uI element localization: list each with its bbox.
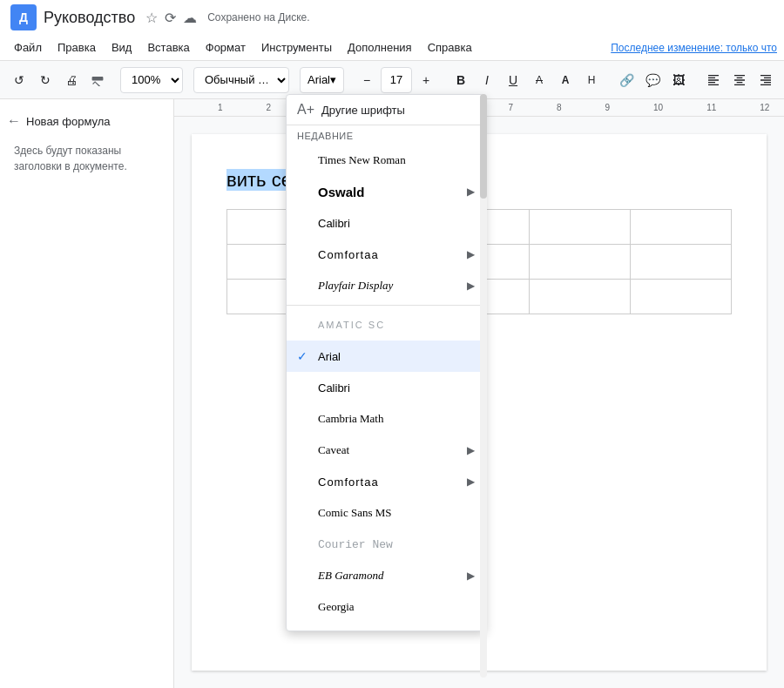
justify-button[interactable] <box>780 66 784 94</box>
font-item-impact[interactable]: Impact <box>287 623 485 631</box>
menu-format[interactable]: Формат <box>199 37 253 57</box>
history-icon[interactable]: ⟳ <box>165 10 176 26</box>
font-item-left: Caveat <box>297 443 349 457</box>
app-icon: Д <box>10 4 37 30</box>
font-item-left: Amatic SC <box>297 320 385 330</box>
ruler-mark-11: 11 <box>706 103 716 112</box>
menu-bar: Файл Правка Вид Вставка Формат Инструмен… <box>0 35 784 61</box>
menu-help[interactable]: Справка <box>421 37 479 57</box>
font-item-georgia[interactable]: Georgia <box>287 591 485 623</box>
font-size-area: − + <box>355 66 438 94</box>
table-cell[interactable] <box>631 280 732 314</box>
font-size-input[interactable] <box>381 67 412 93</box>
dropdown-scrollbar-track <box>480 94 487 678</box>
font-item-comic-sans[interactable]: Comic Sans MS <box>287 497 485 529</box>
font-name-label: Playfair Display <box>318 279 393 293</box>
ruler-mark-9: 9 <box>605 103 611 112</box>
font-item-oswald[interactable]: Oswald ▶ <box>287 176 485 207</box>
sidebar-title: Новая формула <box>26 115 111 128</box>
font-item-cambria-math[interactable]: Cambria Math <box>287 403 485 435</box>
font-item-left: Comfortaa <box>297 248 379 261</box>
font-name-label: Arial <box>318 350 341 363</box>
chevron-right-icon: ▶ <box>467 444 475 456</box>
favorite-icon[interactable]: ☆ <box>145 10 158 26</box>
font-item-left: Calibri <box>297 381 350 395</box>
menu-file[interactable]: Файл <box>7 37 49 57</box>
cloud-icon: ☁ <box>183 10 197 26</box>
font-select[interactable]: Arial ▾ <box>300 67 344 93</box>
font-name-label: EB Garamond <box>318 569 383 583</box>
font-name-label: Georgia <box>318 600 355 614</box>
font-color-button[interactable]: A <box>553 66 578 94</box>
doc-title[interactable]: Руководство <box>44 9 135 27</box>
align-center-button[interactable] <box>727 66 752 94</box>
menu-insert[interactable]: Вставка <box>140 37 196 57</box>
font-name-label: Calibri <box>318 381 350 395</box>
table-cell[interactable] <box>530 245 631 280</box>
highlight-button[interactable]: H <box>579 66 604 94</box>
font-item-arial[interactable]: ✓ Arial <box>287 341 485 372</box>
other-fonts-label[interactable]: Другие шрифты <box>321 104 405 117</box>
font-item-amatic[interactable]: Amatic SC <box>287 309 485 341</box>
font-name-label: Cambria Math <box>318 412 383 426</box>
menu-edit[interactable]: Правка <box>51 37 103 57</box>
table-cell[interactable] <box>530 210 631 245</box>
strikethrough-button[interactable]: A <box>527 66 551 94</box>
redo-button[interactable]: ↻ <box>33 66 57 94</box>
font-item-playfair[interactable]: Playfair Display ▶ <box>287 270 485 301</box>
sidebar-header: ← Новая формула <box>7 106 166 136</box>
dropdown-scrollbar-thumb[interactable] <box>480 94 487 199</box>
title-bar: Д Руководство ☆ ⟳ ☁ Сохранено на Диске. <box>0 0 784 35</box>
font-name-label: Oswald <box>318 185 364 199</box>
style-select[interactable]: Обычный … <box>193 67 289 93</box>
last-edit[interactable]: Последнее изменение: только что <box>611 42 777 54</box>
font-item-eb-garamond[interactable]: EB Garamond ▶ <box>287 560 485 591</box>
font-other-row[interactable]: A+ Другие шрифты <box>287 95 485 125</box>
ruler-mark-10: 10 <box>653 103 663 112</box>
font-item-left: Calibri <box>297 217 350 230</box>
table-cell[interactable] <box>631 245 732 280</box>
underline-button[interactable]: U <box>501 66 525 94</box>
font-item-calibri-recent[interactable]: Calibri <box>287 207 485 239</box>
title-icons: ☆ ⟳ ☁ Сохранено на Диске. <box>145 10 309 26</box>
font-item-courier-new[interactable]: Courier New <box>287 529 485 560</box>
menu-tools[interactable]: Инструменты <box>254 37 339 57</box>
menu-view[interactable]: Вид <box>105 37 139 57</box>
font-item-left: Courier New <box>297 538 393 551</box>
print-button[interactable]: 🖨 <box>59 66 84 94</box>
font-dropdown: A+ Другие шрифты НЕДАВНИЕ Times New Roma… <box>286 94 486 631</box>
font-item-comfortaa-recent[interactable]: Comfortaa ▶ <box>287 239 485 270</box>
font-size-decrease[interactable]: − <box>355 66 379 94</box>
align-right-button[interactable] <box>754 66 778 94</box>
font-item-left: Georgia <box>297 600 355 614</box>
comment-button[interactable]: 💬 <box>640 66 665 94</box>
font-name-label: Comfortaa <box>318 476 379 489</box>
image-button[interactable]: 🖼 <box>666 66 691 94</box>
ruler-mark-7: 7 <box>508 103 513 112</box>
font-name-label: Times New Roman <box>318 153 406 167</box>
font-name-label: Arial <box>308 73 330 86</box>
table-cell[interactable] <box>631 210 732 245</box>
align-left-button[interactable] <box>701 66 726 94</box>
font-item-times-new-roman[interactable]: Times New Roman <box>287 145 485 176</box>
italic-button[interactable]: I <box>475 66 499 94</box>
font-dropdown-arrow: ▾ <box>330 73 336 86</box>
zoom-select[interactable]: 100% <box>120 67 183 93</box>
sidebar-back-button[interactable]: ← <box>7 113 21 129</box>
menu-addons[interactable]: Дополнения <box>341 37 419 57</box>
chevron-right-icon: ▶ <box>467 570 475 582</box>
chevron-right-icon: ▶ <box>467 185 475 198</box>
sidebar-subtitle: Здесь будут показаны заголовки в докумен… <box>7 136 166 181</box>
paint-format-button[interactable] <box>85 66 110 94</box>
font-list-divider <box>287 305 485 306</box>
font-name-label: Amatic SC <box>318 320 385 330</box>
link-button[interactable]: 🔗 <box>614 66 639 94</box>
undo-button[interactable]: ↺ <box>7 66 31 94</box>
font-size-increase[interactable]: + <box>414 66 438 94</box>
bold-button[interactable]: B <box>449 66 473 94</box>
chevron-right-icon: ▶ <box>467 476 475 488</box>
font-item-caveat[interactable]: Caveat ▶ <box>287 435 485 466</box>
font-item-comfortaa[interactable]: Comfortaa ▶ <box>287 466 485 497</box>
font-item-calibri[interactable]: Calibri <box>287 372 485 403</box>
table-cell[interactable] <box>530 280 631 314</box>
